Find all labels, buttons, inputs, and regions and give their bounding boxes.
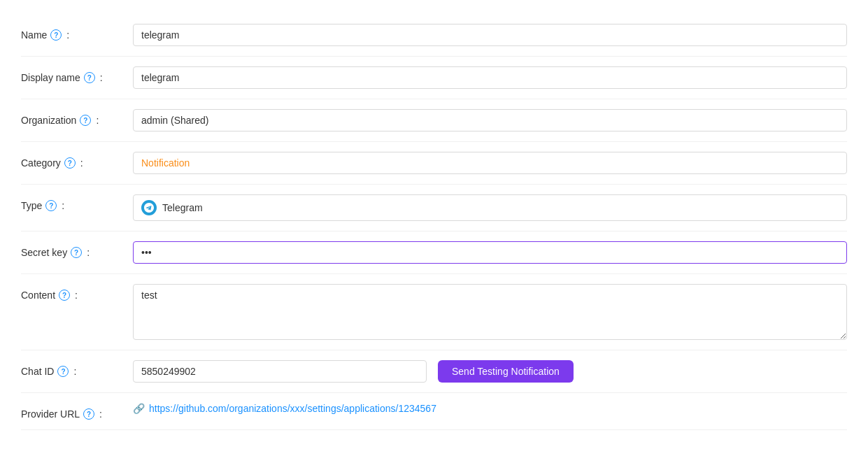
category-value: Notification — [141, 157, 190, 169]
display-name-help-icon[interactable]: ? — [84, 72, 95, 83]
provider-url-row: Provider URL ? : 🔗 https://github.com/or… — [21, 393, 847, 430]
organization-input[interactable] — [133, 109, 847, 131]
display-name-input[interactable] — [133, 66, 847, 89]
display-name-colon: : — [100, 72, 103, 83]
content-textarea[interactable]: test — [133, 284, 847, 340]
organization-colon: : — [96, 115, 99, 126]
content-help-icon[interactable]: ? — [59, 290, 70, 301]
type-value: Telegram — [162, 202, 203, 213]
type-label: Type ? : — [21, 194, 133, 211]
secret-key-input[interactable] — [133, 241, 847, 264]
organization-help-icon[interactable]: ? — [80, 115, 91, 126]
chat-id-row: Chat ID ? : Send Testing Notification — [21, 350, 847, 393]
category-help-icon[interactable]: ? — [64, 157, 76, 169]
chat-id-help-icon[interactable]: ? — [57, 366, 69, 377]
telegram-svg — [144, 203, 154, 213]
provider-url-label-text: Provider URL — [21, 408, 80, 420]
organization-label-text: Organization — [21, 115, 76, 126]
provider-url-label: Provider URL ? : — [21, 403, 133, 420]
name-colon: : — [66, 29, 69, 41]
chat-id-colon: : — [73, 366, 76, 377]
chat-id-label-text: Chat ID — [21, 366, 54, 377]
provider-url-link[interactable]: 🔗 https://github.com/organizations/xxx/s… — [133, 403, 436, 414]
name-help-icon[interactable]: ? — [50, 29, 62, 41]
organization-row: Organization ? : — [21, 99, 847, 142]
secret-key-label: Secret key ? : — [21, 241, 133, 258]
type-row: Type ? : Telegram — [21, 185, 847, 231]
provider-url-help-icon[interactable]: ? — [83, 408, 94, 420]
type-field: Telegram — [133, 194, 847, 221]
secret-key-colon: : — [87, 247, 90, 258]
category-field: Notification — [133, 152, 847, 174]
category-label: Category ? : — [21, 152, 133, 169]
content-colon: : — [75, 290, 78, 301]
name-input[interactable] — [133, 24, 847, 46]
type-label-text: Type — [21, 200, 42, 211]
provider-url-value: https://github.com/organizations/xxx/set… — [149, 403, 436, 414]
chat-id-label: Chat ID ? : — [21, 360, 133, 377]
display-name-label: Display name ? : — [21, 66, 133, 83]
secret-key-help-icon[interactable]: ? — [71, 247, 82, 258]
link-icon: 🔗 — [133, 403, 145, 414]
name-row: Name ? : — [21, 14, 847, 57]
organization-label: Organization ? : — [21, 109, 133, 126]
type-help-icon[interactable]: ? — [45, 200, 57, 211]
content-row: Content ? : test — [21, 274, 847, 350]
content-label-text: Content — [21, 290, 55, 301]
provider-url-colon: : — [99, 408, 102, 420]
name-label: Name ? : — [21, 24, 133, 41]
secret-key-label-text: Secret key — [21, 247, 67, 258]
chat-id-input[interactable] — [133, 360, 427, 383]
secret-key-row: Secret key ? : — [21, 231, 847, 274]
telegram-icon — [141, 200, 157, 215]
send-testing-button[interactable]: Send Testing Notification — [438, 360, 574, 383]
chat-id-controls: Send Testing Notification — [133, 360, 574, 383]
name-label-text: Name — [21, 29, 47, 41]
display-name-row: Display name ? : — [21, 57, 847, 99]
type-colon: : — [62, 200, 64, 211]
content-label: Content ? : — [21, 284, 133, 301]
category-label-text: Category — [21, 157, 61, 169]
category-colon: : — [80, 157, 83, 169]
display-name-label-text: Display name — [21, 72, 80, 83]
category-row: Category ? : Notification — [21, 142, 847, 185]
